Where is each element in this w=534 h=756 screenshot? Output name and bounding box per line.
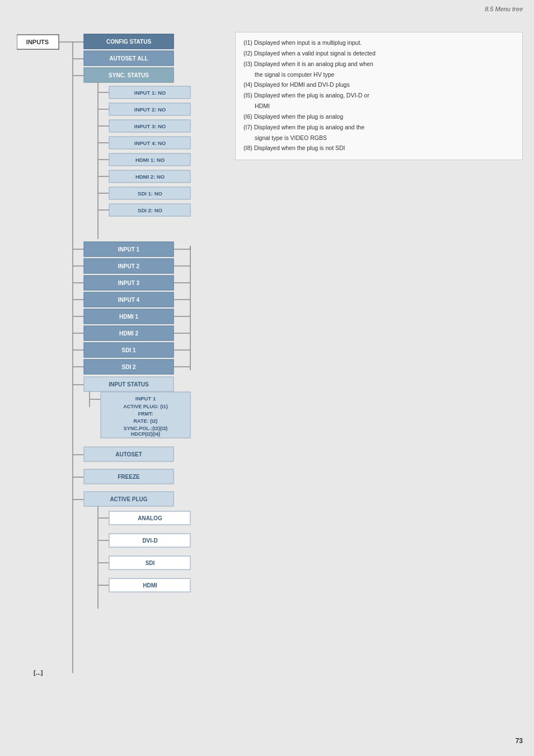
header-title: 8.5 Menu tree — [485, 6, 523, 12]
autoset-all-label: AUTOSET ALL — [109, 55, 148, 62]
freeze-label: FREEZE — [118, 474, 140, 480]
sdi2-group-label: SDI 2 — [121, 364, 135, 370]
tree-diagram: INPUTS CONFIG STATUS AUTOSET ALL SYNC. S… — [17, 26, 213, 698]
input1-group-label: INPUT 1 — [118, 246, 140, 253]
frmt-detail: FRMT: — [138, 411, 153, 417]
input4-group-label: INPUT 4 — [118, 297, 140, 303]
legend-item-i1: (I1) Displayed when input is a multiplug… — [243, 38, 514, 48]
tree-section: INPUTS CONFIG STATUS AUTOSET ALL SYNC. S… — [17, 26, 218, 699]
legend-item-i2: (I2) Displayed when a valid input signal… — [243, 49, 514, 59]
legend-item-i3-cont: the signal is computer HV type — [243, 70, 514, 80]
inputs-label: INPUTS — [26, 39, 49, 45]
sync-status-label: SYNC. STATUS — [109, 72, 149, 78]
input4-no-label: INPUT 4: NO — [134, 140, 166, 146]
hdmi2-no-label: HDMI 2: NO — [135, 174, 165, 180]
input2-group-label: INPUT 2 — [118, 263, 140, 269]
legend-item-i6: (I6) Displayed when the plug is analog — [243, 112, 514, 122]
input-status-label: INPUT STATUS — [109, 381, 149, 388]
page-number: 73 — [516, 737, 523, 745]
legend-item-i8: (I8) Displayed when the plug is not SDI — [243, 143, 514, 153]
config-status-label: CONFIG STATUS — [106, 39, 152, 45]
ellipsis-label: [...] — [34, 669, 43, 676]
legend-item-i7: (I7) Displayed when the plug is analog a… — [243, 123, 514, 133]
hdmi1-no-label: HDMI 1: NO — [135, 157, 165, 163]
autoset-label: AUTOSET — [115, 451, 142, 458]
page-header: 8.5 Menu tree — [0, 0, 534, 15]
legend-section: (I1) Displayed when input is a multiplug… — [235, 32, 523, 160]
legend-item-i4: (I4) Displayed for HDMI and DVI-D plugs — [243, 80, 514, 90]
legend-item-i5-cont: HDMI — [243, 101, 514, 111]
legend-item-i3: (I3) Displayed when it is an analog plug… — [243, 59, 514, 69]
syncpol-detail: SYNC.POL.:(I2)(I3) — [124, 426, 168, 431]
hdmi-label: HDMI — [143, 582, 157, 589]
sdi2-no-label: SDI 2: NO — [138, 207, 162, 213]
legend-item-i5: (I5) Displayed when the plug is analog, … — [243, 91, 514, 101]
input2-no-label: INPUT 2: NO — [134, 106, 166, 113]
rate-detail: RATE: (I2) — [134, 418, 158, 424]
sdi1-group-label: SDI 1 — [121, 347, 135, 353]
analog-label: ANALOG — [138, 515, 162, 521]
input1-detail-title: INPUT 1 — [135, 395, 156, 402]
hdmi1-group-label: HDMI 1 — [119, 314, 138, 320]
hdmi2-group-label: HDMI 2 — [119, 330, 138, 337]
active-plug-detail: ACTIVE PLUG: (I1) — [123, 404, 168, 409]
sdi-label: SDI — [146, 560, 155, 566]
active-plug-label: ACTIVE PLUG — [110, 496, 147, 502]
dvid-label: DVI-D — [142, 538, 157, 544]
hdcp-detail: HDCP(I2)(I4) — [131, 431, 161, 437]
input3-no-label: INPUT 3: NO — [134, 123, 166, 129]
input3-group-label: INPUT 3 — [118, 280, 140, 286]
sdi1-no-label: SDI 1: NO — [138, 190, 162, 197]
input1-no-label: INPUT 1: NO — [134, 90, 166, 96]
legend-item-i7-cont: signal type is VIDEO RGBS — [243, 133, 514, 143]
